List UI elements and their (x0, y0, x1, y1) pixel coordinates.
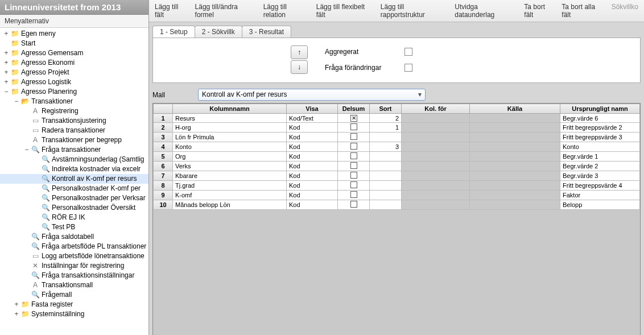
table-row[interactable]: 4KontoKod3Konto (154, 142, 640, 152)
tree-radera-transaktioner[interactable]: ▭Radera transaktioner (0, 126, 148, 135)
tree-twisty[interactable]: + (2, 77, 10, 87)
col-visa[interactable]: Visa (287, 104, 338, 114)
tree-fr-ga-arbetsfl-de-pl-transaktioner[interactable]: 🔍Fråga arbetsflöde PL transaktioner (0, 242, 148, 251)
move-down-button[interactable]: ↓ (291, 60, 308, 74)
tree-fr-gemall[interactable]: 🔍Frågemall (0, 290, 148, 300)
tree-logg-arbetsfl-de-l-netransaktione[interactable]: ▭Logg arbetsflöde lönetransaktione (0, 251, 148, 261)
tree-systeminst-llning[interactable]: +📁Systeminställning (0, 309, 148, 319)
tree-agresso-planering[interactable]: −📁Agresso Planering (0, 87, 148, 97)
aggregerat-checkbox[interactable] (404, 48, 412, 56)
table-row[interactable]: 6VerksKodBegr.värde 2 (154, 162, 640, 171)
tree-fasta-register[interactable]: +📁Fasta register (0, 300, 148, 309)
tree-twisty[interactable]: + (13, 300, 20, 309)
col-delsum[interactable]: Delsum (338, 104, 370, 114)
col-kol-f-r[interactable]: Kol. för (402, 104, 470, 114)
columns-grid[interactable]: KolumnnamnVisaDelsumSortKol. förKällaUrs… (153, 104, 640, 210)
tree-transaktioner-per-begrepp[interactable]: ATransaktioner per begrepp (0, 135, 148, 145)
toolbar-s-kvillko[interactable]: Sökvillko (609, 2, 641, 20)
table-row[interactable]: 3Lön fr PrimulaKodFritt begreppsvärde 3 (154, 133, 640, 142)
tree-label: Transaktionsjustering (42, 117, 106, 125)
tree-kontroll-av-k-omf-per-resurs[interactable]: 🔍Kontroll av K-omf per resurs (0, 174, 148, 184)
delsum-checkbox[interactable] (350, 152, 357, 159)
toolbar-l-gg-till-rapportstruktur[interactable]: Lägg till rapportstruktur (378, 2, 450, 20)
tree-personalkostnader-versikt[interactable]: 🔍Personalkostnader Översikt (0, 203, 148, 213)
col-ursprungligt-namn[interactable]: Ursprungligt namn (560, 104, 640, 114)
tree-personalkostnader-k-omf-per-[interactable]: 🔍Personalkostnader K-omf per (0, 184, 148, 193)
mall-select-value: Kontroll av K-omf per resurs (202, 90, 287, 98)
tree-indirekta-kostnader-via-excelr[interactable]: 🔍Indirekta kostnader via excelr (0, 164, 148, 174)
table-row[interactable]: 5OrgKodBegr.värde 1 (154, 152, 640, 162)
toolbar-l-gg-till-flexibelt-f-lt[interactable]: Lägg till flexibelt fält (314, 2, 376, 20)
tree-registrering[interactable]: ARegistrering (0, 106, 148, 116)
tree-twisty[interactable]: + (2, 68, 10, 77)
delsum-checkbox[interactable] (350, 123, 357, 130)
nav-tree[interactable]: +📁Egen meny📁Start+📁Agresso Gemensam+📁Agr… (0, 28, 148, 335)
tree-agresso-gemensam[interactable]: +📁Agresso Gemensam (0, 48, 148, 58)
toolbar-l-gg-till-relation[interactable]: Lägg till relation (261, 2, 312, 20)
delsum-checkbox[interactable] (350, 181, 357, 188)
toolbar-l-gg-till-ndra-formel[interactable]: Lägg till/ändra formel (193, 2, 259, 20)
tab-resultat[interactable]: 3 - Resultat (242, 26, 291, 38)
tree-twisty[interactable]: − (23, 145, 31, 155)
menu-alternatives-label: Menyalternativ (0, 15, 148, 28)
folder-icon: 📁 (10, 39, 19, 48)
tree-label: Personalkostnader K-omf per (52, 184, 141, 192)
tabset: 1 - Setup 2 - Sökvillk 3 - Resultat (152, 26, 644, 38)
table-row[interactable]: 9K-omfKodFaktor (154, 191, 640, 200)
tree-fr-ga-transaktioner[interactable]: −🔍Fråga transaktioner (0, 145, 148, 155)
tree-fr-ga-saldotabell[interactable]: 🔍Fråga saldotabell (0, 232, 148, 242)
toolbar-l-gg-till-f-lt[interactable]: Lägg till fält (152, 2, 191, 20)
delsum-checkbox[interactable] (350, 201, 357, 208)
tree-agresso-ekonomi[interactable]: +📁Agresso Ekonomi (0, 58, 148, 68)
tree-twisty[interactable]: + (2, 29, 10, 39)
tree-personalkostnader-per-verksar[interactable]: 🔍Personalkostnader per Verksar (0, 193, 148, 203)
delsum-checkbox[interactable] (350, 143, 357, 150)
tree-transaktionsjustering[interactable]: ▭Transaktionsjustering (0, 116, 148, 126)
delsum-checkbox[interactable] (350, 172, 357, 179)
delsum-checkbox[interactable] (350, 115, 357, 122)
magnifier-icon: 🔍 (31, 145, 40, 155)
tab-sokvillk[interactable]: 2 - Sökvillk (195, 26, 242, 38)
tab-setup[interactable]: 1 - Setup (152, 26, 195, 38)
table-row[interactable]: 7KbarareKodBegr.värde 3 (154, 171, 640, 181)
magnifier-icon: 🔍 (41, 184, 50, 193)
tree-fr-ga-transaktionsinst-llningar[interactable]: 🔍Fråga transaktionsinställningar (0, 271, 148, 280)
mall-select[interactable]: Kontroll av K-omf per resurs (198, 89, 426, 101)
move-up-button[interactable]: ↑ (291, 46, 308, 59)
table-row[interactable]: 8Tj.gradKodFritt begreppsvärde 4 (154, 181, 640, 191)
tree-transaktioner[interactable]: −📂Transaktioner (0, 97, 148, 106)
tree-label: Agresso Ekonomi (21, 59, 75, 67)
tree-twisty[interactable]: + (2, 58, 10, 68)
tree-avst-mningsunderlag-samtlig[interactable]: 🔍Avstämningsunderlag (Samtlig (0, 155, 148, 164)
tree-twisty[interactable]: + (2, 48, 10, 58)
tree-transaktionsmall[interactable]: ATransaktionsmall (0, 280, 148, 290)
folder-icon: 📁 (10, 68, 19, 77)
toolbar-ta-bort-alla-f-lt[interactable]: Ta bort alla fält (559, 2, 606, 20)
table-row[interactable]: 1ResursKod/Text2Begr.värde 6 (154, 114, 640, 123)
delsum-checkbox[interactable] (350, 133, 357, 140)
tree-twisty[interactable]: + (13, 309, 20, 319)
tree-r-r-ej-ik[interactable]: 🔍RÖR EJ IK (0, 213, 148, 222)
tree-test-pb[interactable]: 🔍Test PB (0, 222, 148, 232)
table-row[interactable]: 10Månads belopp LönKodBelopp (154, 200, 640, 210)
col-k-lla[interactable]: Källa (470, 104, 560, 114)
content: 1 - Setup 2 - Sökvillk 3 - Resultat ↑ ↓ … (149, 22, 644, 335)
tree-label: Agresso Projekt (21, 68, 69, 76)
delsum-checkbox[interactable] (350, 191, 357, 198)
item-icon: ▭ (31, 116, 40, 126)
col-kolumnnamn[interactable]: Kolumnnamn (173, 104, 287, 114)
tree-agresso-projekt[interactable]: +📁Agresso Projekt (0, 68, 148, 77)
table-row[interactable]: 2H-orgKod1Fritt begreppsvärde 2 (154, 123, 640, 133)
tree-twisty[interactable]: − (2, 87, 10, 97)
toolbar-ta-bort-f-lt[interactable]: Ta bort fält (522, 2, 557, 20)
col-rownum[interactable] (154, 104, 173, 114)
toolbar-utvidga-dataunderlag[interactable]: Utvidga dataunderlag (452, 2, 519, 20)
tree-start[interactable]: 📁Start (0, 39, 148, 48)
tree-inst-llningar-f-r-registrering[interactable]: ✕Inställningar för registrering (0, 261, 148, 271)
fraga-forandringar-checkbox[interactable] (404, 64, 412, 72)
delsum-checkbox[interactable] (350, 162, 357, 169)
tree-egen-meny[interactable]: +📁Egen meny (0, 29, 148, 39)
tree-twisty[interactable]: − (13, 97, 20, 106)
tree-agresso-logistik[interactable]: +📁Agresso Logistik (0, 77, 148, 87)
col-sort[interactable]: Sort (370, 104, 402, 114)
